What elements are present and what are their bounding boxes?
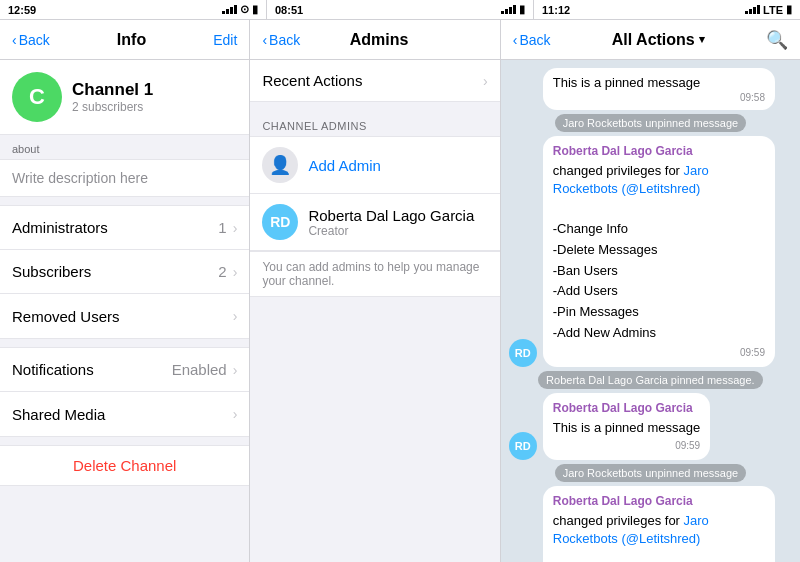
- pinned-time: 09:58: [553, 92, 765, 103]
- about-value: Write description here: [0, 159, 249, 197]
- notifications-list: Notifications Enabled › Shared Media ›: [0, 347, 249, 437]
- info-nav-bar: ‹ Back Info Edit: [0, 20, 249, 60]
- action-time-1: 09:59: [553, 346, 765, 360]
- person-add-icon: 👤: [269, 154, 291, 176]
- admin-avatar-0: RD: [262, 204, 298, 240]
- action-link-2: Jaro Rocketbots (@Letitshred): [553, 513, 709, 546]
- recent-actions-label: Recent Actions: [262, 72, 362, 89]
- channel-admins-section: CHANNEL ADMINS 👤 Add Admin RD Roberta Da…: [250, 110, 499, 297]
- chat-messages[interactable]: This is a pinned message 09:58 Jaro Rock…: [501, 60, 800, 562]
- chat-back-button[interactable]: ‹ Back: [513, 32, 551, 48]
- removed-users-row[interactable]: Removed Users ›: [0, 294, 249, 338]
- system-pinned: Roberta Dal Lago Garcia pinned message.: [538, 371, 763, 389]
- admins-panel: ‹ Back Admins Recent Actions › CHANNEL A…: [250, 20, 500, 562]
- status-bar-2: 08:51 ▮: [267, 0, 534, 19]
- action-text-2: changed privileges for Jaro Rocketbots (…: [553, 512, 765, 548]
- admins-back-button[interactable]: ‹ Back: [262, 32, 300, 48]
- chat-nav-title: All Actions ▾: [612, 31, 705, 49]
- status-icons-1: ⊙ ▮: [222, 3, 258, 16]
- system-unpinned-2: Jaro Rocketbots unpinned message: [555, 464, 747, 482]
- add-admin-row[interactable]: 👤 Add Admin: [250, 137, 499, 194]
- chevron-left-icon-2: ‹: [262, 32, 267, 48]
- info-back-button[interactable]: ‹ Back: [12, 32, 50, 48]
- system-unpinned-1: Jaro Rocketbots unpinned message: [555, 114, 747, 132]
- action-msg-1: RD Roberta Dal Lago Garcia changed privi…: [509, 136, 792, 367]
- action-avatar-1: RD: [509, 339, 537, 367]
- admins-chevron: ›: [233, 220, 238, 236]
- channel-subscribers: 2 subscribers: [72, 100, 153, 114]
- status-bars: 12:59 ⊙ ▮ 08:51 ▮ 11:12 LTE ▮: [0, 0, 800, 20]
- subscribers-label: Subscribers: [12, 263, 218, 280]
- chat-nav-bar: ‹ Back All Actions ▾ 🔍: [501, 20, 800, 60]
- admins-label: Administrators: [12, 219, 218, 236]
- channel-name: Channel 1: [72, 80, 153, 100]
- removed-chevron: ›: [233, 308, 238, 324]
- signal-icon-3: [745, 5, 760, 14]
- action-bubble-2: Roberta Dal Lago Garcia changed privileg…: [543, 486, 775, 562]
- action-sender-1: Roberta Dal Lago Garcia: [553, 143, 765, 160]
- channel-info: Channel 1 2 subscribers: [72, 80, 153, 114]
- notifications-chevron: ›: [233, 362, 238, 378]
- notifications-value: Enabled: [172, 361, 227, 378]
- channel-header: C Channel 1 2 subscribers: [0, 60, 249, 135]
- admins-section-header: CHANNEL ADMINS: [250, 110, 499, 136]
- time-3: 11:12: [542, 4, 570, 16]
- incoming-msg-1: RD Roberta Dal Lago Garcia This is a pin…: [509, 393, 792, 460]
- recent-actions-row[interactable]: Recent Actions ›: [250, 60, 499, 102]
- status-bar-1: 12:59 ⊙ ▮: [0, 0, 267, 19]
- info-panel: ‹ Back Info Edit C Channel 1 2 subscribe…: [0, 20, 250, 562]
- incoming-time-1: 09:59: [553, 439, 700, 453]
- menu-list: Administrators 1 › Subscribers 2 › Remov…: [0, 205, 249, 339]
- subscribers-chevron: ›: [233, 264, 238, 280]
- chevron-left-icon-3: ‹: [513, 32, 518, 48]
- chevron-left-icon: ‹: [12, 32, 17, 48]
- wifi-icon-1: ⊙: [240, 3, 249, 16]
- battery-icon-2: ▮: [519, 3, 525, 16]
- delete-channel-row[interactable]: Delete Channel: [0, 445, 249, 486]
- admin-info-0: Roberta Dal Lago Garcia Creator: [308, 207, 474, 238]
- time-1: 12:59: [8, 4, 36, 16]
- subscribers-row[interactable]: Subscribers 2 ›: [0, 250, 249, 294]
- admin-role-0: Creator: [308, 224, 474, 238]
- battery-icon-3: ▮: [786, 3, 792, 16]
- action-list-2: +Change Info+Delete Messages+Ban Users+A…: [553, 548, 765, 562]
- action-msg-2: RD Roberta Dal Lago Garcia changed privi…: [509, 486, 792, 562]
- time-2: 08:51: [275, 4, 303, 16]
- search-icon[interactable]: 🔍: [766, 29, 788, 51]
- pinned-message: This is a pinned message 09:58: [543, 68, 775, 110]
- shared-media-chevron: ›: [233, 406, 238, 422]
- signal-icon-2: [501, 5, 516, 14]
- incoming-text-1: This is a pinned message: [553, 419, 700, 437]
- admins-badge: 1: [218, 219, 226, 236]
- notifications-row[interactable]: Notifications Enabled ›: [0, 348, 249, 392]
- notifications-label: Notifications: [12, 361, 172, 378]
- about-label: about: [0, 135, 249, 159]
- signal-icon-1: [222, 5, 237, 14]
- admin-name-0: Roberta Dal Lago Garcia: [308, 207, 474, 224]
- shared-media-row[interactable]: Shared Media ›: [0, 392, 249, 436]
- action-bubble-1: Roberta Dal Lago Garcia changed privileg…: [543, 136, 775, 367]
- delete-channel-label[interactable]: Delete Channel: [12, 457, 237, 474]
- status-icons-3: LTE ▮: [745, 3, 792, 16]
- status-bar-3: 11:12 LTE ▮: [534, 0, 800, 19]
- status-icons-2: ▮: [501, 3, 525, 16]
- info-nav-title: Info: [117, 31, 146, 49]
- incoming-avatar-1: RD: [509, 432, 537, 460]
- incoming-sender-1: Roberta Dal Lago Garcia: [553, 400, 700, 417]
- action-list-1: -Change Info-Delete Messages-Ban Users-A…: [553, 198, 765, 344]
- info-edit-button[interactable]: Edit: [213, 32, 237, 48]
- add-admin-icon: 👤: [262, 147, 298, 183]
- admin-help-text: You can add admins to help you manage yo…: [250, 251, 499, 296]
- battery-icon-1: ▮: [252, 3, 258, 16]
- incoming-bubble-1: Roberta Dal Lago Garcia This is a pinned…: [543, 393, 710, 460]
- add-admin-label[interactable]: Add Admin: [308, 157, 381, 174]
- subscribers-badge: 2: [218, 263, 226, 280]
- action-link-1: Jaro Rocketbots (@Letitshred): [553, 163, 709, 196]
- pinned-text: This is a pinned message: [553, 75, 700, 90]
- removed-users-label: Removed Users: [12, 308, 233, 325]
- admins-nav-bar: ‹ Back Admins: [250, 20, 499, 60]
- admins-row[interactable]: Administrators 1 ›: [0, 206, 249, 250]
- admin-row-0[interactable]: RD Roberta Dal Lago Garcia Creator: [250, 194, 499, 251]
- channel-avatar: C: [12, 72, 62, 122]
- shared-media-label: Shared Media: [12, 406, 233, 423]
